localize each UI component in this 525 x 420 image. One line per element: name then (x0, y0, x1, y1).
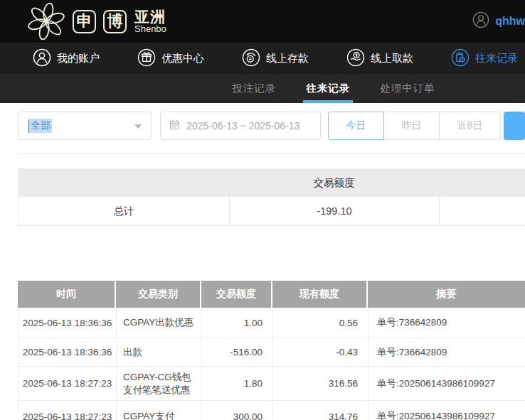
cell-amount: 1.80 (202, 367, 273, 400)
nav-label: 往来记录 (475, 52, 518, 65)
summary-header-row: 交易额度 (18, 168, 525, 197)
nav-label: 线上存款 (266, 52, 309, 65)
page: 申 博 亚洲 Shenbo qhhw (0, 0, 525, 420)
col-header-amount: 交易额度 (201, 281, 272, 308)
section-divider (18, 154, 525, 154)
summary-header-empty (439, 168, 525, 197)
brand-latin: Shenbo (134, 24, 166, 33)
nav-label: 线上取款 (371, 52, 413, 65)
records-clipboard-clock-icon (451, 48, 470, 69)
tab-label: 投注记录 (232, 82, 276, 95)
user-icon (33, 48, 51, 69)
nav-item-promo-center[interactable]: 优惠中心 (137, 48, 204, 69)
col-header-memo: 摘要 (368, 281, 525, 308)
summary-total-label: 总计 (18, 197, 230, 225)
brand-char-2: 博 (103, 10, 127, 33)
main-nav: 我的账户 优惠中心 (0, 43, 525, 74)
nav-label: 优惠中心 (161, 52, 204, 65)
cell-memo: 单号:736642809 (368, 308, 525, 338)
tab-processing-orders[interactable]: 处理中订单 (380, 74, 435, 103)
cell-time: 2025-06-13 18:27:23 (18, 401, 117, 420)
gift-icon (137, 48, 156, 69)
deposit-hand-coin-icon (242, 48, 260, 69)
cell-type: CGPAY-CG钱包支付笔笔送优惠 (117, 367, 202, 400)
type-select-value: 全部 (29, 119, 52, 133)
table-header-row: 时间 交易类别 交易额度 现有额度 摘要 (18, 281, 525, 308)
cell-type: CGPAY出款优惠 (117, 308, 202, 338)
table-row: 2025-06-13 18:36:36 出款 -516.00 -0.43 单号:… (18, 338, 525, 367)
nav-item-transaction-records[interactable]: 往来记录 (451, 48, 518, 69)
cell-amount: 1.00 (202, 308, 273, 338)
date-range-input[interactable]: 2025-06-13 ~ 2025-06-13 (160, 112, 321, 140)
brand-char-1: 申 (73, 10, 96, 33)
cell-type: 出款 (117, 338, 202, 366)
col-header-type: 交易类别 (116, 281, 201, 308)
cell-balance: 0.56 (273, 308, 368, 338)
tab-label: 处理中订单 (380, 82, 435, 95)
cell-balance: -0.43 (273, 338, 368, 366)
nav-item-my-account[interactable]: 我的账户 (33, 48, 100, 69)
chevron-down-icon (134, 124, 142, 129)
last-8-days-button[interactable]: 近8日 (439, 112, 501, 140)
summary-empty-cell (440, 197, 525, 225)
summary-total-value: -199.10 (230, 197, 440, 225)
brand-wordmark: 亚洲 Shenbo (134, 9, 166, 34)
topbar: 申 博 亚洲 Shenbo qhhw (0, 0, 525, 43)
tab-betting-records[interactable]: 投注记录 (232, 74, 276, 103)
records-subnav: 投注记录 往来记录 处理中订单 (0, 74, 525, 103)
calendar-icon (169, 119, 180, 132)
summary-total-row: 总计 -199.10 (18, 197, 525, 226)
brand-logo[interactable]: 申 博 亚洲 Shenbo (27, 2, 166, 41)
quick-date-buttons: 今日 昨日 近8日 (328, 112, 501, 140)
nav-item-online-deposit[interactable]: 线上存款 (242, 48, 309, 69)
tab-transaction-records[interactable]: 往来记录 (306, 74, 350, 103)
cell-balance: 316.56 (273, 367, 368, 400)
tab-label: 往来记录 (306, 82, 350, 95)
nav-item-online-withdrawal[interactable]: 线上取款 (346, 48, 413, 69)
cell-balance: 314.76 (273, 401, 368, 420)
table-row: 2025-06-13 18:36:36 CGPAY出款优惠 1.00 0.56 … (18, 308, 525, 338)
table-row: 2025-06-13 18:27:23 CGPAY支付 300.00 314.7… (18, 401, 525, 420)
summary-header-empty (18, 168, 229, 197)
col-header-time: 时间 (18, 281, 116, 308)
today-button[interactable]: 今日 (328, 112, 384, 140)
brand-region: 亚洲 (134, 9, 166, 24)
withdraw-hand-coin-icon (346, 48, 365, 69)
yesterday-button[interactable]: 昨日 (383, 112, 440, 140)
cell-time: 2025-06-13 18:27:23 (18, 367, 117, 400)
cell-memo: 单号:736642809 (368, 338, 525, 366)
cell-time: 2025-06-13 18:36:36 (18, 338, 117, 366)
cell-amount: -516.00 (202, 338, 273, 366)
search-button[interactable] (504, 112, 525, 140)
cell-type: CGPAY支付 (117, 401, 202, 420)
type-select[interactable]: 全部 (18, 112, 152, 140)
transactions-table: 时间 交易类别 交易额度 现有额度 摘要 2025-06-13 18:36:36… (18, 281, 525, 420)
col-header-balance: 现有额度 (272, 281, 368, 308)
table-row: 2025-06-13 18:27:23 CGPAY-CG钱包支付笔笔送优惠 1.… (18, 367, 525, 401)
summary-header-amount: 交易额度 (229, 168, 439, 197)
date-range-value: 2025-06-13 ~ 2025-06-13 (186, 120, 299, 131)
cell-amount: 300.00 (202, 401, 273, 420)
summary-table: 交易额度 总计 -199.10 (18, 168, 525, 226)
flower-logo-icon (27, 2, 65, 41)
user-account[interactable]: qhhw (472, 11, 525, 31)
cell-memo: 单号:202506143986109927 (368, 401, 525, 420)
filter-bar: 全部 2025-06-13 ~ 2025-06-13 今日 昨日 近8日 (18, 112, 525, 140)
user-avatar-icon (472, 11, 489, 31)
cell-time: 2025-06-13 18:36:36 (18, 308, 117, 338)
username[interactable]: qhhw (495, 15, 525, 28)
cell-memo: 单号:202506143986109927 (368, 367, 525, 400)
nav-label: 我的账户 (57, 52, 100, 65)
